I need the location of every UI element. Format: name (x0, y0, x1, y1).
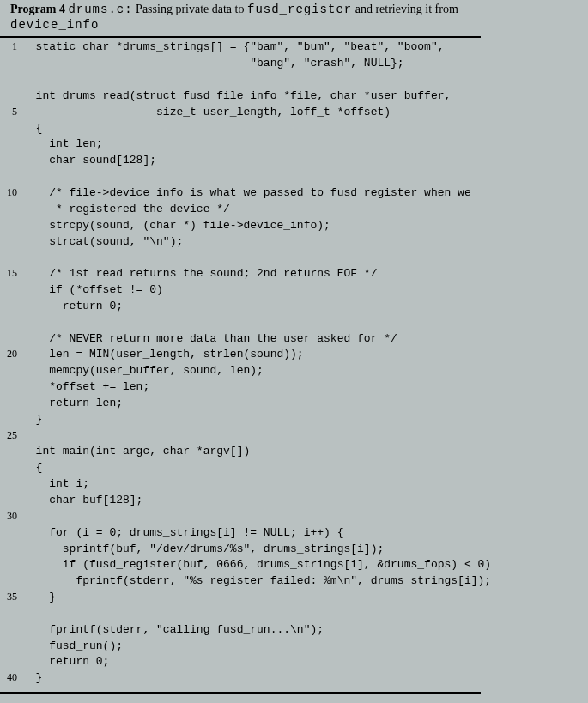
code-text: int main(int argc, char *argv[]) (22, 444, 250, 460)
program-filename: drums.c: (68, 3, 132, 16)
line-number: 20 (0, 347, 22, 363)
code-line: fusd_run(); (0, 639, 588, 655)
code-line: 5 size_t user_length, loff_t *offset) (0, 105, 588, 121)
code-line: int main(int argc, char *argv[]) (0, 444, 588, 460)
code-line: "bang", "crash", NULL}; (0, 56, 588, 72)
code-line: return 0; (0, 299, 588, 315)
code-text: return len; (22, 396, 123, 412)
line-number (0, 379, 22, 396)
code-text: fprintf(stderr, "calling fusd_run...\n")… (22, 622, 324, 639)
code-text: len = MIN(user_length, strlen(sound)); (22, 347, 304, 363)
code-line: { (0, 460, 588, 476)
line-number (0, 56, 22, 72)
code-text: "bang", "crash", NULL}; (22, 56, 404, 72)
code-text: size_t user_length, loff_t *offset) (22, 105, 391, 121)
line-number (0, 493, 22, 509)
code-line: int len; (0, 136, 588, 153)
line-number (0, 460, 22, 476)
code-text: char sound[128]; (22, 153, 156, 169)
line-number: 5 (0, 105, 22, 121)
code-line: 15 /* 1st read returns the sound; 2nd re… (0, 266, 588, 282)
code-line: fprintf(stderr, "%s register failed: %m\… (0, 573, 588, 590)
line-number: 40 (0, 670, 22, 687)
code-line: 25 (0, 428, 588, 445)
code-text: int i; (22, 476, 89, 493)
program-caption: Program 4 drums.c: Passing private data … (0, 0, 588, 34)
line-number (0, 153, 22, 169)
code-listing: 1 static char *drums_strings[] = {"bam",… (0, 38, 588, 687)
code-text (22, 72, 36, 88)
code-text: if (*offset != 0) (22, 282, 163, 299)
line-number (0, 476, 22, 493)
program-desc-before: Passing private data to (136, 3, 247, 15)
line-number (0, 622, 22, 639)
line-number (0, 88, 22, 105)
code-text: int len; (22, 136, 103, 153)
line-number: 25 (0, 428, 22, 445)
line-number (0, 169, 22, 185)
code-line (0, 169, 588, 185)
code-text: static char *drums_strings[] = {"bam", "… (22, 39, 444, 56)
line-number (0, 315, 22, 331)
line-number: 15 (0, 266, 22, 282)
line-number: 10 (0, 185, 22, 202)
code-line: for (i = 0; drums_strings[i] != NULL; i+… (0, 525, 588, 542)
code-text: * registered the device */ (22, 202, 230, 218)
page: Program 4 drums.c: Passing private data … (0, 0, 588, 694)
line-number (0, 282, 22, 299)
program-code-1: fusd_register (247, 3, 352, 16)
code-text: int drums_read(struct fusd_file_info *fi… (22, 88, 451, 105)
program-label: Program 4 (10, 3, 65, 15)
line-number (0, 363, 22, 379)
line-number (0, 121, 22, 137)
program-desc-mid: and retrieving it from (352, 3, 458, 15)
code-text: sprintf(buf, "/dev/drums/%s", drums_stri… (22, 542, 384, 558)
code-text: { (22, 121, 42, 137)
line-number (0, 202, 22, 218)
line-number (0, 234, 22, 251)
code-text: return 0; (22, 654, 109, 670)
code-line: return len; (0, 396, 588, 412)
line-number (0, 72, 22, 88)
code-line: if (*offset != 0) (0, 282, 588, 299)
code-text: char buf[128]; (22, 493, 142, 509)
code-text: strcpy(sound, (char *) file->device_info… (22, 218, 330, 234)
rule-bottom (0, 692, 481, 694)
code-text (22, 509, 36, 525)
line-number (0, 299, 22, 315)
code-line: int drums_read(struct fusd_file_info *fi… (0, 88, 588, 105)
code-line (0, 72, 588, 88)
code-line: 10 /* file->device_info is what we passe… (0, 185, 588, 202)
line-number (0, 396, 22, 412)
code-line: 20 len = MIN(user_length, strlen(sound))… (0, 347, 588, 363)
code-line (0, 315, 588, 331)
line-number (0, 606, 22, 622)
code-line: 40 } (0, 670, 588, 687)
code-text: } (22, 670, 42, 687)
line-number (0, 444, 22, 460)
code-text: memcpy(user_buffer, sound, len); (22, 363, 264, 379)
line-number (0, 218, 22, 234)
code-line: char buf[128]; (0, 493, 588, 509)
code-text: if (fusd_register(buf, 0666, drums_strin… (22, 557, 491, 573)
code-line: return 0; (0, 654, 588, 670)
code-line: 30 (0, 509, 588, 525)
code-line: *offset += len; (0, 379, 588, 396)
code-line: fprintf(stderr, "calling fusd_run...\n")… (0, 622, 588, 639)
line-number (0, 639, 22, 655)
code-line: } (0, 412, 588, 428)
code-line (0, 606, 588, 622)
code-line: /* NEVER return more data than the user … (0, 331, 588, 348)
line-number (0, 573, 22, 590)
line-number: 30 (0, 509, 22, 525)
code-text: /* NEVER return more data than the user … (22, 331, 397, 348)
code-text: /* 1st read returns the sound; 2nd retur… (22, 266, 377, 282)
code-text: /* file->device_info is what we passed t… (22, 185, 471, 202)
code-text (22, 606, 36, 622)
code-text (22, 169, 36, 185)
code-text (22, 428, 36, 445)
code-text: strcat(sound, "\n"); (22, 234, 183, 251)
line-number: 35 (0, 590, 22, 606)
code-line: char sound[128]; (0, 153, 588, 169)
code-text: } (22, 412, 42, 428)
